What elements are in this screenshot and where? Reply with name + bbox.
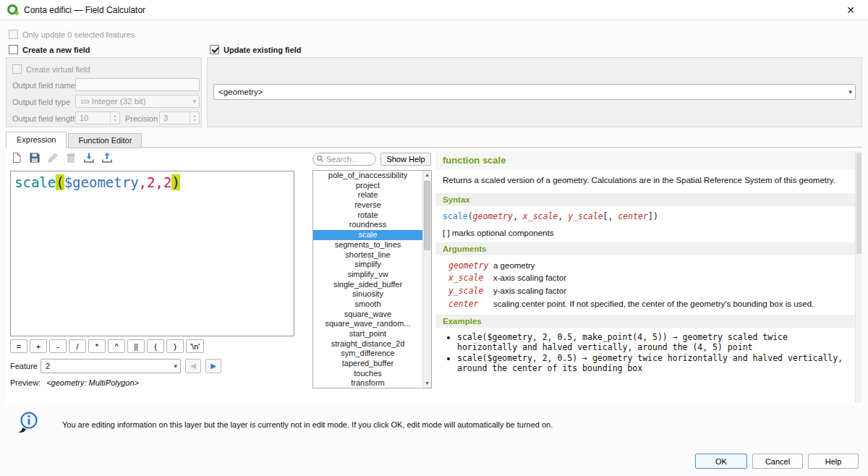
expression-editor[interactable]: scale($geometry,2,2) <box>10 171 294 336</box>
save-expression-button[interactable] <box>27 150 43 166</box>
operator-button[interactable]: ) <box>166 339 184 353</box>
feature-row: Feature 2 ▾ ◀ ▶ <box>10 359 221 373</box>
feature-select[interactable]: 2 ▾ <box>41 359 181 373</box>
feature-label: Feature <box>10 362 41 370</box>
ok-button[interactable]: OK <box>695 454 747 469</box>
function-list-item[interactable]: shortest_line <box>313 250 422 260</box>
spinner-arrows-icon[interactable]: ▴▾ <box>110 112 119 124</box>
argument-name: x_scale <box>448 273 493 284</box>
operator-button[interactable]: / <box>69 339 86 353</box>
previous-feature-button[interactable]: ◀ <box>185 359 201 373</box>
preview-value: <geometry: MultiPolygon> <box>46 378 139 387</box>
function-list-item[interactable]: rotate <box>313 211 422 221</box>
help-title: function scale <box>435 151 855 169</box>
argument-name: y_scale <box>448 286 493 297</box>
only-update-label: Only update 0 selected features <box>22 30 135 39</box>
function-list-item[interactable]: sinuosity <box>313 289 422 299</box>
syntax-line: scale(geometry, x_scale, y_scale[, cente… <box>435 206 855 223</box>
function-list-item[interactable]: relate <box>313 190 422 200</box>
scrollbar-thumb[interactable] <box>424 181 430 250</box>
operator-button[interactable]: '\n' <box>186 339 204 353</box>
expression-code: scale($geometry,2,2) <box>14 174 290 190</box>
operator-button[interactable]: ( <box>147 339 164 353</box>
function-list-item[interactable]: transform <box>313 378 422 388</box>
operator-button[interactable]: ^ <box>108 339 125 353</box>
function-list-item[interactable]: simplify_vw <box>313 270 422 280</box>
output-field-length-spinner[interactable]: 10 ▴▾ <box>75 111 120 124</box>
import-arrow-icon <box>83 152 95 166</box>
scrollbar-thumb[interactable] <box>856 153 861 254</box>
tab-expression[interactable]: Expression <box>6 132 67 148</box>
example-item: scale($geometry, 2, 0.5, make_point(4, 5… <box>457 333 848 352</box>
tab-function-editor[interactable]: Function Editor <box>68 133 142 148</box>
function-list-item[interactable]: sym_difference <box>313 349 422 359</box>
scroll-up-icon[interactable]: ▲ <box>423 171 431 179</box>
checkbox-box <box>9 30 18 39</box>
function-list-item[interactable]: reverse <box>313 200 422 211</box>
dropdown-arrow-icon: ▾ <box>174 362 177 370</box>
function-list-scrollbar[interactable]: ▲ ▼ <box>422 171 431 388</box>
expression-toolbar <box>9 150 115 166</box>
info-icon <box>14 409 42 438</box>
precision-spinner[interactable]: 3 ▴▾ <box>159 111 200 124</box>
scroll-down-icon[interactable]: ▼ <box>423 379 431 388</box>
close-button[interactable]: ✕ <box>841 0 861 20</box>
show-help-button[interactable]: Show Help <box>380 153 431 166</box>
existing-field-panel: <geometry> ▾ <box>207 57 862 127</box>
function-list-item[interactable]: smooth <box>313 299 422 310</box>
pencil-icon <box>47 152 59 166</box>
syntax-token: scale <box>443 211 468 221</box>
only-update-checkbox[interactable]: Only update 0 selected features <box>9 29 135 40</box>
code-token: $geometry <box>64 174 139 190</box>
function-list-item[interactable]: scale <box>313 230 422 240</box>
import-expression-button[interactable] <box>81 150 97 166</box>
syntax-token: center <box>618 211 648 221</box>
syntax-token: y_scale <box>568 211 603 221</box>
code-token: ) <box>171 174 179 190</box>
operator-button[interactable]: - <box>49 339 67 353</box>
function-list-item[interactable]: pole_of_inaccessibility <box>313 171 422 181</box>
syntax-token: ( <box>468 211 473 221</box>
update-existing-field-checkbox[interactable]: Update existing field <box>210 44 302 55</box>
precision-label: Precision <box>125 114 158 123</box>
operator-button[interactable]: * <box>88 339 106 353</box>
next-feature-button[interactable]: ▶ <box>205 359 221 373</box>
search-icon <box>316 155 324 164</box>
existing-field-select[interactable]: <geometry> ▾ <box>213 84 856 100</box>
help-button[interactable]: Help <box>808 454 859 469</box>
operator-button[interactable]: + <box>30 339 47 353</box>
function-list-item[interactable]: project <box>313 181 422 191</box>
function-list-item[interactable]: touches <box>313 369 422 379</box>
examples-list: scale($geometry, 2, 0.5, make_point(4, 5… <box>457 333 848 373</box>
function-list-item[interactable]: segments_to_lines <box>313 240 422 250</box>
cancel-button[interactable]: Cancel <box>752 454 803 469</box>
operator-button[interactable]: || <box>127 339 145 353</box>
function-list-item[interactable]: start_point <box>313 329 422 339</box>
function-list-item[interactable]: straight_distance_2d <box>313 339 422 349</box>
edit-expression-button[interactable] <box>45 150 61 166</box>
function-list-item[interactable]: square_wave_random... <box>313 319 422 329</box>
operator-button[interactable]: = <box>10 339 27 353</box>
search-input[interactable] <box>326 155 370 163</box>
spinner-arrows-icon[interactable]: ▴▾ <box>190 112 199 124</box>
export-expression-button[interactable] <box>99 150 115 166</box>
trash-icon <box>65 152 77 166</box>
help-scrollbar[interactable] <box>855 151 862 403</box>
output-field-type-select[interactable]: 123Integer (32 bit) ▾ <box>75 95 200 108</box>
function-list-container: pole_of_inaccessibilityprojectrelatereve… <box>312 170 432 388</box>
new-file-icon <box>11 152 22 166</box>
function-list-item[interactable]: tapered_buffer <box>313 359 422 369</box>
delete-expression-button[interactable] <box>63 150 79 166</box>
output-field-name-input[interactable] <box>75 78 200 91</box>
syntax-token: x_scale <box>523 211 558 221</box>
create-virtual-field-checkbox[interactable]: Create virtual field <box>12 64 90 75</box>
function-list-item[interactable]: simplify <box>313 260 422 270</box>
chevron-right-icon: ▶ <box>210 362 216 370</box>
new-expression-button[interactable] <box>9 150 25 166</box>
function-search[interactable] <box>312 153 376 166</box>
function-list-item[interactable]: roundness <box>313 220 422 230</box>
create-new-field-checkbox[interactable]: Create a new field <box>9 44 90 55</box>
function-list-item[interactable]: square_wave <box>313 310 422 320</box>
argument-description: y-axis scaling factor <box>493 286 566 297</box>
function-list-item[interactable]: single_sided_buffer <box>313 280 422 290</box>
